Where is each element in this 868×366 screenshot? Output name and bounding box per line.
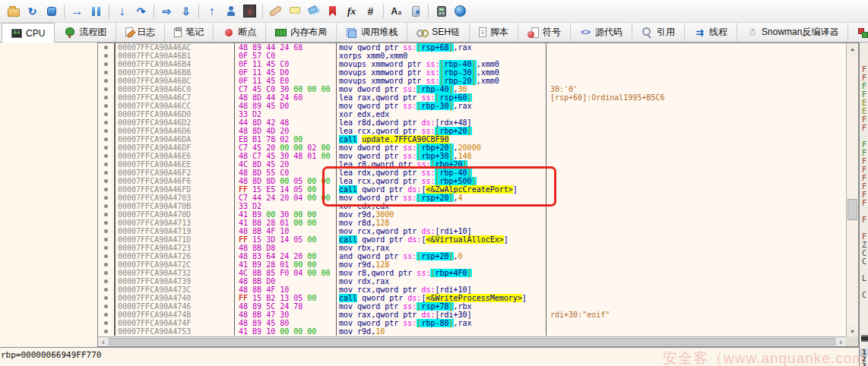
scroll-right-button[interactable]: ›: [835, 337, 846, 346]
disasm-row[interactable]: 00007FFCA90A46CC48 89 45 D0mov qword ptr…: [98, 102, 845, 110]
disasm-row[interactable]: 00007FFCA90A471341 B8 28 01 00 00mov r8d…: [98, 219, 845, 227]
tab-script[interactable]: 脚本: [470, 23, 518, 42]
comment-button[interactable]: [285, 2, 304, 21]
horizontal-scrollbar[interactable]: ‹ ›: [98, 336, 846, 346]
breakpoint-dot[interactable]: [104, 296, 108, 300]
disasm-row[interactable]: 00007FFCA90A474648 89 5C 24 78mov qword …: [98, 302, 845, 311]
disasm-row[interactable]: 00007FFCA90A47324C 8B 85 F0 04 00 00mov …: [98, 269, 845, 277]
execute-till-return-button[interactable]: ↑: [202, 2, 221, 21]
disasm-row[interactable]: 00007FFCA90A473948 8B D0mov rdx,rax: [98, 277, 845, 286]
breakpoint-dot[interactable]: [104, 321, 108, 325]
breakpoint-dot[interactable]: [104, 171, 108, 175]
breakpoint-dot[interactable]: [104, 46, 108, 49]
breakpoint-dot[interactable]: [104, 137, 108, 141]
breakpoint-dot[interactable]: [104, 204, 108, 208]
breakpoint-dot[interactable]: [104, 254, 108, 258]
disasm-row[interactable]: 00007FFCA90A472C41 B9 28 01 00 00mov r9d…: [98, 260, 845, 269]
detach-button[interactable]: [406, 2, 425, 21]
pause-button[interactable]: [87, 2, 106, 21]
breakpoint-dot[interactable]: [104, 288, 108, 292]
animate-into-button[interactable]: ⇨: [157, 2, 176, 21]
scroll-left-button[interactable]: ‹: [98, 337, 109, 346]
breakpoint-dot[interactable]: [104, 54, 108, 58]
tab-symbols[interactable]: 符号: [518, 23, 571, 42]
disasm-row[interactable]: 00007FFCA90A46DFC7 45 20 00 00 02 00mov …: [98, 144, 845, 152]
disasm-row[interactable]: 00007FFCA90A474F48 89 45 80mov qword ptr…: [98, 319, 845, 327]
breakpoint-dot[interactable]: [104, 71, 108, 74]
disasm-row[interactable]: 00007FFCA90A46C0C7 45 C0 30 00 00 00mov …: [98, 85, 845, 93]
stop-debug-button[interactable]: [42, 2, 61, 21]
disasm-row[interactable]: 00007FFCA90A4740FF 15 B2 13 05 00call qw…: [98, 294, 845, 302]
breakpoint-dot[interactable]: [104, 238, 108, 241]
breakpoint-dot[interactable]: [104, 112, 108, 116]
scroll-up-button[interactable]: ▲: [847, 43, 858, 55]
breakpoint-dot[interactable]: [104, 213, 108, 216]
vertical-scrollbar[interactable]: ▲ ▼: [846, 43, 858, 337]
run-to-user-code-button[interactable]: [221, 2, 240, 21]
disasm-row[interactable]: 00007FFCA90A471DFF 15 3D 14 05 00call qw…: [98, 235, 845, 244]
disasm-row[interactable]: 00007FFCA90A46B80F 11 45 D0movups xmmwor…: [98, 68, 845, 77]
horizontal-scroll-thumb[interactable]: [109, 338, 835, 345]
disasm-row[interactable]: 00007FFCA90A46BC0F 11 45 E0movups xmmwor…: [98, 77, 845, 85]
tab-callstack[interactable]: 调用堆栈: [337, 23, 407, 42]
breakpoint-dot[interactable]: [104, 313, 108, 317]
disasm-row[interactable]: 00007FFCA90A46D648 8D 4D 20lea rcx,qword…: [98, 127, 845, 135]
breakpoint-dot[interactable]: [104, 96, 108, 99]
breakpoint-dot[interactable]: [104, 79, 108, 83]
breakpoint-dot[interactable]: [104, 129, 108, 133]
breakpoint-dot[interactable]: [104, 154, 108, 158]
disasm-row[interactable]: 00007FFCA90A475341 B9 10 00 00 00mov r9d…: [98, 327, 845, 336]
breakpoint-dot[interactable]: [104, 87, 108, 91]
font-size-button[interactable]: A₂: [387, 2, 406, 21]
disasm-row[interactable]: 00007FFCA90A46AC48 89 44 24 68mov qword …: [98, 43, 845, 52]
tab-handles[interactable]: 句柄: [848, 23, 868, 42]
tab-graph[interactable]: 流程图: [55, 23, 116, 42]
tab-breakpoints[interactable]: 断点: [214, 23, 266, 42]
breakpoint-dot[interactable]: [104, 188, 108, 191]
disasm-row[interactable]: 00007FFCA90A46D244 8D 42 48lea r8d,dword…: [98, 118, 845, 127]
bookmark-button[interactable]: [323, 2, 342, 21]
disasm-row[interactable]: 00007FFCA90A474B48 8B 47 30mov rax,qword…: [98, 311, 845, 319]
breakpoint-dot[interactable]: [104, 304, 108, 308]
disasm-row[interactable]: 00007FFCA90A46DAE8 B1 78 02 00call updat…: [98, 135, 845, 144]
breakpoint-dot[interactable]: [104, 229, 108, 233]
disasm-row[interactable]: 00007FFCA90A472648 83 64 24 20 00and qwo…: [98, 252, 845, 260]
step-over-button[interactable]: ↷: [131, 2, 150, 21]
disasm-row[interactable]: 00007FFCA90A46E648 C7 45 30 48 01 00mov …: [98, 152, 845, 160]
breakpoint-dot[interactable]: [104, 221, 108, 225]
tab-references[interactable]: 引用: [632, 23, 685, 42]
breakpoint-dot[interactable]: [104, 162, 108, 166]
breakpoint-dot[interactable]: [104, 263, 108, 267]
patch-button[interactable]: [266, 2, 285, 21]
scroll-down-button[interactable]: ▼: [847, 326, 858, 337]
tab-log[interactable]: 日志: [116, 23, 165, 42]
tab-seh[interactable]: SEH链: [407, 23, 470, 42]
analysis-button[interactable]: #: [361, 2, 380, 21]
animate-over-button[interactable]: ⇩: [176, 2, 195, 21]
breakpoint-dot[interactable]: [104, 246, 108, 250]
breakpoint-dot[interactable]: [104, 104, 108, 108]
tab-notes[interactable]: 笔记: [165, 23, 214, 42]
disasm-row[interactable]: 00007FFCA90A472348 8B D8mov rbx,rax: [98, 244, 845, 252]
tab-snowman[interactable]: ☃Snowman反编译器: [737, 23, 848, 42]
breakpoint-dot[interactable]: [104, 146, 108, 150]
breakpoint-dot[interactable]: [104, 121, 108, 125]
restart-button[interactable]: ↻: [23, 2, 42, 21]
scylla-import-reconstruction-button[interactable]: S: [240, 2, 259, 21]
disasm-row[interactable]: 00007FFCA90A473C48 8B 4F 10mov rcx,qword…: [98, 286, 845, 294]
tab-threads[interactable]: ⇉线程: [685, 23, 737, 42]
breakpoint-dot[interactable]: [104, 271, 108, 275]
open-file-button[interactable]: [4, 2, 23, 21]
label-button[interactable]: [304, 2, 323, 21]
tab-source[interactable]: <>源代码: [571, 23, 632, 42]
breakpoint-dot[interactable]: [104, 179, 108, 183]
disasm-row[interactable]: 00007FFCA90A471948 8B 4F 10mov rcx,qword…: [98, 227, 845, 235]
breakpoint-dot[interactable]: [104, 62, 108, 66]
run-button[interactable]: →: [68, 2, 87, 21]
disasm-row[interactable]: 00007FFCA90A470D41 B9 00 30 00 00mov r9d…: [98, 210, 845, 219]
disasm-row[interactable]: 00007FFCA90A46C748 8D 44 24 60lea rax,qw…: [98, 93, 845, 102]
vertical-scroll-thumb[interactable]: [847, 199, 857, 220]
calculator-button[interactable]: [432, 2, 451, 21]
tab-memmap[interactable]: 内存布局: [266, 23, 337, 42]
function-analysis-button[interactable]: fx: [342, 2, 361, 21]
